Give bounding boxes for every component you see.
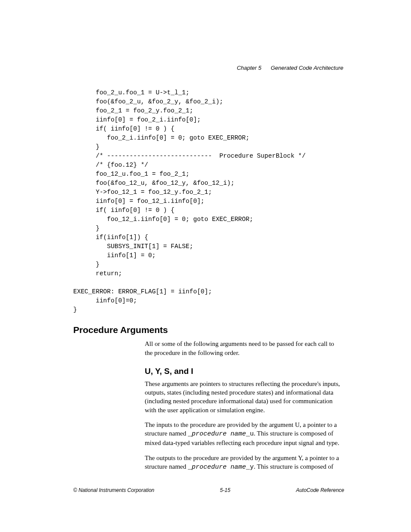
- p3-code-suffix: _y: [246, 464, 254, 471]
- body-paragraph-1: These arguments are pointers to structur…: [145, 380, 343, 414]
- p2-code-prefix: _: [188, 430, 192, 438]
- chapter-title: Generated Code Architecture: [271, 65, 343, 71]
- p3-code-ital: procedure name: [192, 464, 246, 471]
- page-footer: © National Instruments Corporation AutoC…: [73, 487, 344, 493]
- p3-text-post: . This structure is composed of: [254, 463, 333, 470]
- p2-code-suffix: _u: [246, 430, 254, 438]
- section-heading-procedure-arguments: Procedure Arguments: [73, 325, 343, 335]
- page-header: Chapter 5 Generated Code Architecture: [73, 65, 343, 71]
- p3-code-prefix: _: [188, 464, 192, 471]
- subsection-heading-uysi: U, Y, S, and I: [145, 367, 343, 376]
- intro-paragraph: All or some of the following arguments n…: [145, 339, 343, 357]
- body-paragraph-3: The outputs to the procedure are provide…: [145, 454, 343, 472]
- chapter-number: Chapter 5: [237, 65, 262, 71]
- body-paragraph-2: The inputs to the procedure are provided…: [145, 420, 343, 448]
- footer-copyright: © National Instruments Corporation: [73, 487, 154, 493]
- p2-code-ital: procedure name: [192, 430, 246, 438]
- code-listing: foo_2_u.foo_1 = U->t_l_1; foo(&foo_2_u, …: [73, 88, 343, 314]
- footer-doc-title: AutoCode Reference: [296, 487, 344, 493]
